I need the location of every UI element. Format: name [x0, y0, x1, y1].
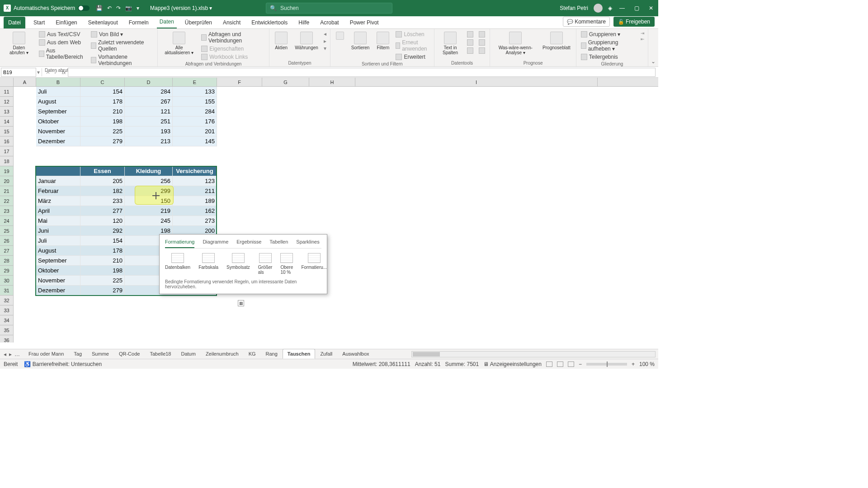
menu-überprüfen[interactable]: Überprüfen: [182, 17, 215, 28]
menu-start[interactable]: Start: [31, 17, 47, 28]
row-header-11[interactable]: 11: [0, 87, 13, 97]
cell-C14[interactable]: 198: [80, 117, 125, 127]
cell-E21[interactable]: 211: [173, 186, 217, 196]
cell-C30[interactable]: 225: [80, 276, 125, 286]
zoom-out-icon[interactable]: −: [579, 361, 582, 367]
menu-power pivot[interactable]: Power Pivot: [347, 17, 382, 28]
filter-button[interactable]: Filtern: [375, 31, 391, 51]
cell-D15[interactable]: 193: [125, 127, 173, 136]
row-header-29[interactable]: 29: [0, 266, 13, 276]
cell-D21[interactable]: 299: [125, 186, 173, 196]
sort-button[interactable]: Sortieren: [349, 31, 372, 51]
refresh-all-button[interactable]: Alle aktualisieren ▾: [161, 31, 197, 56]
sheet-tab[interactable]: KG: [244, 349, 261, 359]
row-header-25[interactable]: 25: [0, 226, 13, 236]
menu-entwicklertools[interactable]: Entwicklertools: [249, 17, 290, 28]
row-header-23[interactable]: 23: [0, 206, 13, 216]
cell-B19[interactable]: [36, 166, 80, 176]
cell-D12[interactable]: 267: [125, 97, 173, 107]
cell-B14[interactable]: Oktober: [36, 117, 80, 127]
undo-icon[interactable]: ↶: [107, 5, 112, 11]
sheet-tab[interactable]: Rang: [261, 349, 283, 359]
cell-B30[interactable]: November: [36, 276, 80, 286]
search-box[interactable]: 🔍 Suchen: [266, 3, 392, 14]
cell-C22[interactable]: 233: [80, 196, 125, 206]
ribbon-item[interactable]: Gruppierung aufheben ▾: [580, 39, 637, 52]
qa-tab-diagramme[interactable]: Diagramme: [203, 239, 228, 248]
autosave[interactable]: Automatisches Speichern: [14, 5, 90, 11]
cell-B22[interactable]: März: [36, 196, 80, 206]
cell-B15[interactable]: November: [36, 127, 80, 136]
cell-C26[interactable]: 154: [80, 236, 125, 246]
ribbon-item[interactable]: Erneut anwenden: [395, 39, 430, 52]
ribbon-item[interactable]: Aus dem Web: [38, 39, 86, 46]
sheet-tab[interactable]: Zufall: [315, 349, 337, 359]
sheet-tab[interactable]: Datum: [176, 349, 200, 359]
display-settings[interactable]: 🖥 Anzeigeeinstellungen: [483, 361, 542, 367]
cell-C15[interactable]: 225: [80, 127, 125, 136]
cell-D11[interactable]: 284: [125, 87, 173, 97]
ribbon-item[interactable]: Aus Tabelle/Bereich: [38, 47, 86, 61]
menu-acrobat[interactable]: Acrobat: [317, 17, 341, 28]
get-data-button[interactable]: Daten abrufen ▾: [4, 31, 34, 56]
view-layout-icon[interactable]: [557, 361, 563, 367]
cell-E12[interactable]: 155: [173, 97, 217, 107]
cell-E19[interactable]: Versicherung: [173, 166, 217, 176]
cell-D22[interactable]: 150: [125, 196, 173, 206]
ribbon-item[interactable]: Aus Text/CSV: [38, 31, 86, 38]
maximize-button[interactable]: ▢: [632, 5, 641, 11]
qa-tab-ergebnisse[interactable]: Ergebnisse: [236, 239, 261, 248]
ribbon-item[interactable]: Zuletzt verwendete Quellen: [90, 39, 154, 52]
row-header-30[interactable]: 30: [0, 276, 13, 286]
row-header-31[interactable]: 31: [0, 286, 13, 296]
col-header-I[interactable]: I: [355, 78, 598, 86]
minimize-button[interactable]: ―: [618, 5, 627, 11]
menu-file[interactable]: Datei: [4, 17, 25, 28]
sheet-tab[interactable]: Tag: [69, 349, 87, 359]
sheet-prev-icon[interactable]: ◂: [4, 351, 6, 357]
row-header-15[interactable]: 15: [0, 127, 13, 136]
cell-C24[interactable]: 120: [80, 216, 125, 226]
row-header-21[interactable]: 21: [0, 186, 13, 196]
row-header-14[interactable]: 14: [0, 117, 13, 127]
qa-item[interactable]: Größer als: [258, 253, 273, 275]
cell-B11[interactable]: Juli: [36, 87, 80, 97]
currencies-button[interactable]: Währungen: [293, 31, 320, 51]
cell-C27[interactable]: 178: [80, 246, 125, 256]
ribbon-item[interactable]: Abfragen und Verbindungen: [200, 31, 265, 44]
save-icon[interactable]: 💾: [96, 5, 103, 11]
qa-item[interactable]: Symbolsatz: [226, 253, 250, 275]
cell-E14[interactable]: 176: [173, 117, 217, 127]
sheet-tab[interactable]: Tauschen: [283, 349, 316, 359]
sheet-tab[interactable]: Tabelle18: [145, 349, 176, 359]
col-header-C[interactable]: C: [80, 78, 125, 86]
collapse-ribbon-button[interactable]: ⌄: [648, 29, 658, 66]
row-header-27[interactable]: 27: [0, 246, 13, 256]
ribbon-item[interactable]: Erweitert: [395, 53, 430, 61]
col-header-B[interactable]: B: [36, 78, 80, 86]
enter-icon[interactable]: ✓: [52, 69, 60, 75]
zoom-slider[interactable]: [586, 363, 627, 366]
cell-B24[interactable]: Mai: [36, 216, 80, 226]
col-header-E[interactable]: E: [173, 78, 217, 86]
camera-icon[interactable]: 📷: [125, 5, 132, 11]
cell-C28[interactable]: 210: [80, 256, 125, 266]
row-header-18[interactable]: 18: [0, 156, 13, 166]
menu-einfügen[interactable]: Einfügen: [53, 17, 80, 28]
ribbon-item[interactable]: Löschen: [395, 31, 430, 38]
cell-C23[interactable]: 277: [80, 206, 125, 216]
ribbon-item[interactable]: Workbook Links: [200, 53, 265, 61]
sheet-more-icon[interactable]: …: [14, 351, 20, 357]
row-header-17[interactable]: 17: [0, 146, 13, 156]
row-header-34[interactable]: 34: [0, 315, 13, 325]
row-header-12[interactable]: 12: [0, 97, 13, 107]
sheet-tab[interactable]: Auswahlbox: [337, 349, 374, 359]
menu-daten[interactable]: Daten: [157, 16, 177, 28]
cell-E23[interactable]: 162: [173, 206, 217, 216]
name-box[interactable]: B19: [1, 68, 36, 77]
view-normal-icon[interactable]: [546, 361, 552, 367]
cell-B27[interactable]: August: [36, 246, 80, 256]
col-header-H[interactable]: H: [309, 78, 355, 86]
cell-B16[interactable]: Dezember: [36, 136, 80, 146]
cell-B25[interactable]: Juni: [36, 226, 80, 236]
